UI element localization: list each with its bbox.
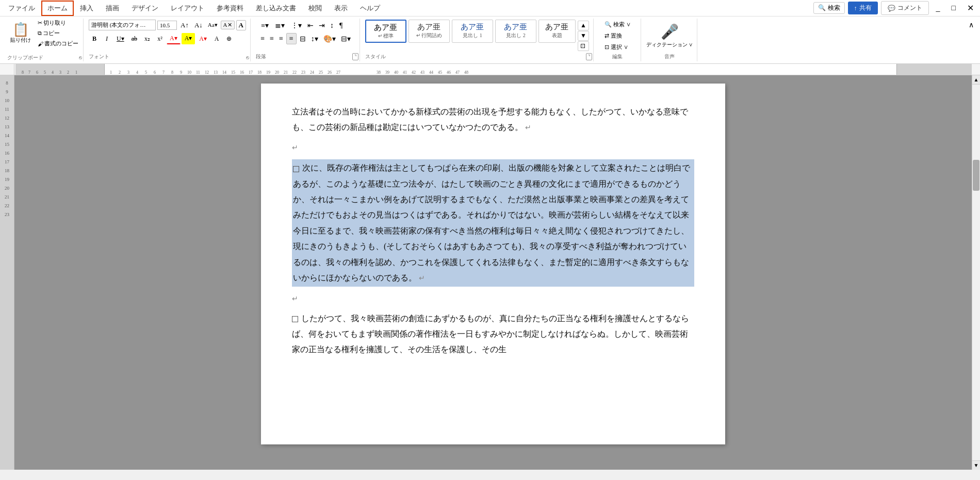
- numbered-list-button[interactable]: ≣▾: [272, 20, 287, 31]
- style-line-spacing[interactable]: あア亜 ↵ 行間詰め: [409, 20, 450, 43]
- font-name-box[interactable]: 游明朝 (本文のフォ…: [89, 20, 156, 30]
- menu-references[interactable]: 参考資料: [210, 1, 250, 16]
- para-row1: ≡▾ ≣▾ ⋮▾ ⇤ ⇥ ↕ ¶: [258, 20, 353, 31]
- format-painter-icon: 🖌: [38, 41, 43, 47]
- search-edit-icon: 🔍: [605, 21, 612, 28]
- styles-scroll-down[interactable]: ▼: [578, 31, 589, 41]
- menu-home[interactable]: ホーム: [41, 1, 74, 16]
- select-button[interactable]: ⊡ 選択 ∨: [602, 42, 633, 52]
- ribbon: 📋 貼り付け ✂ 切り取り ⧉ コピー 🖌: [0, 16, 980, 64]
- clipboard-group: 📋 貼り付け ✂ 切り取り ⧉ コピー 🖌: [4, 19, 84, 61]
- show-marks-button[interactable]: ¶: [337, 20, 345, 31]
- clear-format-button[interactable]: A✕: [221, 21, 235, 29]
- font-expand[interactable]: ⎋: [246, 55, 249, 60]
- search-label: 検索: [828, 4, 840, 12]
- para1-text: 立法者はその当時においてかかる新様式の芸術の出現を予想する能力もなく、したがつて…: [292, 107, 688, 131]
- format-row: B I U▾ ab x₂ x² A▾ A▾ A▾ A ⊕: [89, 33, 246, 44]
- scroll-track[interactable]: [972, 85, 980, 460]
- line-spacing-button[interactable]: ↕▾: [309, 34, 320, 44]
- decrease-font-button[interactable]: A↓: [192, 20, 205, 30]
- menu-design[interactable]: デザイン: [125, 1, 165, 16]
- comment-button[interactable]: 💬 コメント: [881, 1, 929, 15]
- font-color2-button[interactable]: A▾: [196, 34, 210, 44]
- sort-button[interactable]: ↕: [328, 21, 336, 31]
- align-right-button[interactable]: ≡: [277, 34, 285, 44]
- align-center-button[interactable]: ≡: [268, 34, 276, 44]
- bullet-list-button[interactable]: ≡▾: [258, 20, 271, 31]
- document-area[interactable]: 立法者はその当時においてかかる新様式の芸術の出現を予想する能力もなく、したがつて…: [14, 75, 972, 470]
- align-left-button[interactable]: ≡: [258, 34, 267, 44]
- style-standard[interactable]: あア亜 ↵ 標準: [365, 20, 406, 43]
- styles-expand[interactable]: ⌝: [586, 53, 592, 60]
- document-page: 立法者はその当時においてかかる新様式の芸術の出現を予想する能力もなく、したがつて…: [261, 84, 725, 444]
- menu-insert[interactable]: 挿入: [74, 1, 100, 16]
- superscript-button[interactable]: x²: [154, 34, 166, 44]
- menu-layout[interactable]: レイアウト: [165, 1, 210, 16]
- menu-view[interactable]: 表示: [328, 1, 354, 16]
- format-painter-button[interactable]: 🖌 書式のコピー: [36, 39, 80, 48]
- para1-mark: ↵: [525, 124, 531, 131]
- justify-button[interactable]: ≡: [286, 33, 297, 44]
- para3-mark: ↵: [419, 274, 425, 282]
- font-color-button[interactable]: A▾: [167, 33, 181, 44]
- clipboard-expand[interactable]: ⎋: [79, 55, 82, 60]
- dictation-button[interactable]: ディクテーション ∨: [646, 41, 693, 48]
- replace-icon: ⇄: [605, 32, 609, 39]
- multilevel-list-button[interactable]: ⋮▾: [288, 20, 304, 31]
- search-box[interactable]: 🔍 検索: [813, 2, 845, 14]
- scroll-down-button[interactable]: ▼: [972, 460, 980, 470]
- style-title[interactable]: あア亜 表題: [538, 20, 576, 43]
- paragraph-empty2: ↵: [292, 291, 694, 306]
- menu-review[interactable]: 校閲: [302, 1, 328, 16]
- share-button[interactable]: ↑ 共有: [848, 2, 878, 14]
- increase-indent-button[interactable]: ⇥: [317, 20, 327, 31]
- bold-button[interactable]: B: [89, 34, 100, 44]
- dictation-icon: 🎤: [661, 23, 679, 40]
- highlight-button[interactable]: A▾: [182, 33, 195, 44]
- strikethrough-button[interactable]: ab: [128, 34, 140, 44]
- menu-mailings[interactable]: 差し込み文書: [250, 1, 302, 16]
- shade-button[interactable]: A: [211, 34, 222, 44]
- main-area: 8 9 10 11 12 13 14 15 16 17 18 19 20 21 …: [0, 75, 980, 470]
- borders-button[interactable]: ⊟▾: [339, 34, 353, 44]
- ruby-button[interactable]: ⊕: [223, 34, 235, 44]
- cut-button[interactable]: ✂ 切り取り: [36, 19, 80, 27]
- para3-text: 次に、既存の著作権法は主としてもつぱら在来の印刷、出版の機能を対象として立案され…: [293, 163, 690, 282]
- paragraph-expand[interactable]: ⌝: [352, 53, 358, 60]
- paragraph-empty1: ↵: [292, 140, 694, 155]
- subscript-button[interactable]: x₂: [141, 34, 153, 44]
- menu-draw[interactable]: 描画: [100, 1, 125, 16]
- select-icon: ⊡: [605, 44, 609, 51]
- cut-icon: ✂: [38, 20, 42, 26]
- copy-button[interactable]: ⧉ コピー: [36, 29, 80, 38]
- shading-button[interactable]: 🎨▾: [321, 34, 338, 44]
- font-size-box[interactable]: 10.5: [157, 21, 177, 30]
- menu-file[interactable]: ファイル: [2, 1, 41, 16]
- menu-help[interactable]: ヘルプ: [354, 1, 386, 16]
- decrease-indent-button[interactable]: ⇤: [305, 20, 316, 31]
- minimize-icon[interactable]: _: [932, 3, 944, 14]
- collapse-icon: ∧: [969, 21, 974, 29]
- styles-expand-gallery[interactable]: ⊡: [578, 41, 589, 51]
- increase-font-button[interactable]: A↑: [178, 20, 191, 30]
- collapse-ribbon-button[interactable]: ∧: [967, 19, 976, 61]
- document-content: 立法者はその当時においてかかる新様式の芸術の出現を予想する能力もなく、したがつて…: [292, 104, 694, 358]
- maximize-icon[interactable]: □: [948, 3, 960, 13]
- text-effect-button[interactable]: A: [236, 20, 246, 30]
- italic-button[interactable]: I: [101, 34, 112, 44]
- change-case-button[interactable]: Aa▾: [206, 21, 219, 29]
- font-group: 游明朝 (本文のフォ… 10.5 A↑ A↓ Aa▾ A✕ A B I U▾ a…: [85, 19, 251, 61]
- underline-button[interactable]: U▾: [113, 34, 127, 44]
- replace-button[interactable]: ⇄ 置換: [602, 31, 633, 41]
- search-button[interactable]: 🔍 検索 ∨: [602, 20, 633, 29]
- scroll-thumb[interactable]: [973, 160, 979, 191]
- vertical-ruler: 8 9 10 11 12 13 14 15 16 17 18 19 20 21 …: [0, 75, 14, 470]
- paste-button[interactable]: 📋 貼り付け: [7, 22, 34, 45]
- scroll-up-button[interactable]: ▲: [972, 75, 980, 85]
- styles-scroll-up[interactable]: ▲: [578, 21, 589, 30]
- vertical-scrollbar[interactable]: ▲ ▼: [972, 75, 980, 470]
- close-icon[interactable]: ✕: [963, 2, 978, 14]
- justify2-button[interactable]: ⊟: [298, 34, 308, 44]
- style-heading1[interactable]: あア亜 見出し 1: [452, 20, 493, 43]
- style-heading2[interactable]: あア亜 見出し 2: [495, 20, 536, 43]
